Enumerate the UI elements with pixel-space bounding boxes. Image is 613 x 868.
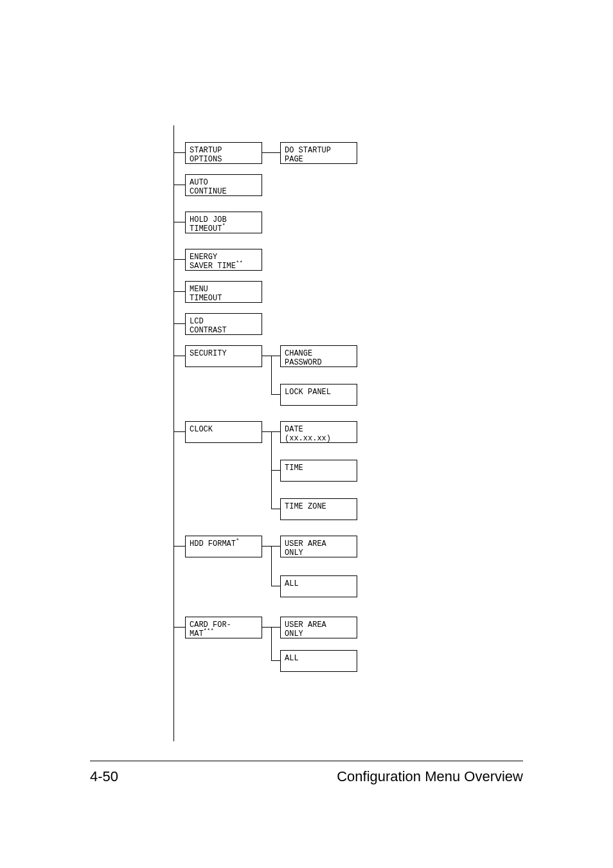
menu-item-security: SECURITY: [185, 345, 262, 367]
connector: [271, 470, 280, 471]
connector: [271, 394, 280, 395]
connector: [173, 222, 185, 222]
label: HDD FORMAT: [190, 539, 236, 548]
footnote-mark: ***: [204, 628, 214, 635]
label: CLOCK: [190, 425, 213, 434]
menu-item-date: DATE (xx.xx.xx): [280, 421, 357, 443]
connector: [173, 546, 185, 547]
menu-item-lcd-contrast: LCD CONTRAST: [185, 313, 262, 335]
footer-rule: [90, 761, 523, 761]
menu-item-card-user-area-only: USER AREA ONLY: [280, 617, 357, 638]
label: CHANGE PASSWORD: [285, 349, 322, 367]
menu-item-hold-job-timeout: HOLD JOB TIMEOUT*: [185, 212, 262, 233]
connector: [173, 356, 185, 356]
menu-item-hdd-all: ALL: [280, 575, 357, 597]
label: TIME ZONE: [285, 502, 326, 511]
menu-item-card-format: CARD FOR- MAT***: [185, 617, 262, 638]
connector: [173, 259, 185, 260]
menu-item-time-zone: TIME ZONE: [280, 498, 357, 520]
menu-item-hdd-user-area-only: USER AREA ONLY: [280, 536, 357, 557]
menu-item-startup-options: STARTUP OPTIONS: [185, 142, 262, 164]
menu-item-do-startup-page: DO STARTUP PAGE: [280, 142, 357, 164]
label: LCD CONTRAST: [190, 317, 227, 335]
label: DATE (xx.xx.xx): [285, 425, 331, 443]
label: DO STARTUP PAGE: [285, 146, 331, 164]
label: TIME: [285, 464, 303, 473]
connector: [262, 627, 271, 628]
connector: [173, 323, 185, 324]
footnote-mark: *: [236, 538, 239, 545]
footnote-mark: *: [222, 223, 225, 230]
menu-item-lock-panel: LOCK PANEL: [280, 384, 357, 406]
label: STARTUP OPTIONS: [190, 146, 222, 164]
connector: [173, 627, 185, 628]
label: SECURITY: [190, 349, 227, 358]
connector: [271, 586, 280, 586]
menu-item-clock: CLOCK: [185, 421, 262, 443]
connector: [271, 660, 280, 661]
connector: [173, 152, 185, 153]
connector: [271, 627, 272, 660]
label: HOLD JOB TIMEOUT: [190, 215, 227, 233]
footnote-mark: **: [236, 260, 243, 267]
connector: [271, 356, 272, 394]
connector: [262, 152, 280, 153]
label: MENU TIMEOUT: [190, 285, 222, 303]
connector: [271, 546, 280, 547]
trunk-line: [173, 125, 174, 741]
label: ALL: [285, 654, 299, 663]
menu-item-time: TIME: [280, 460, 357, 482]
connector: [262, 356, 271, 356]
label: LOCK PANEL: [285, 388, 331, 397]
label: USER AREA ONLY: [285, 620, 326, 638]
connector: [262, 546, 271, 547]
menu-item-auto-continue: AUTO CONTINUE: [185, 174, 262, 196]
connector: [262, 431, 271, 432]
connector: [173, 291, 185, 292]
menu-item-hdd-format: HDD FORMAT*: [185, 536, 262, 557]
label: USER AREA ONLY: [285, 539, 326, 557]
connector: [173, 185, 185, 185]
connector: [271, 627, 280, 628]
menu-item-energy-saver-time: ENERGY SAVER TIME**: [185, 249, 262, 271]
connector: [271, 546, 272, 586]
footer-title: Configuration Menu Overview: [337, 768, 523, 785]
menu-tree-diagram: STARTUP OPTIONS AUTO CONTINUE HOLD JOB T…: [173, 125, 469, 743]
menu-item-menu-timeout: MENU TIMEOUT: [185, 281, 262, 303]
label: AUTO CONTINUE: [190, 178, 227, 196]
connector: [173, 431, 185, 432]
connector: [271, 356, 280, 356]
label: ENERGY SAVER TIME: [190, 253, 236, 271]
label: ALL: [285, 579, 299, 588]
connector: [271, 509, 280, 509]
connector: [271, 431, 280, 432]
menu-item-change-password: CHANGE PASSWORD: [280, 345, 357, 367]
page-number: 4-50: [90, 768, 118, 785]
menu-item-card-all: ALL: [280, 650, 357, 672]
